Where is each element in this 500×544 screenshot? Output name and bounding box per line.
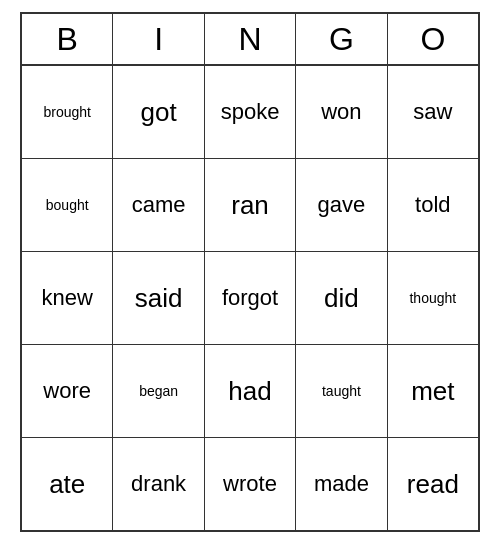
cell-1-4: told xyxy=(388,159,478,251)
cell-3-4: met xyxy=(388,345,478,437)
cell-2-4: thought xyxy=(388,252,478,344)
cell-4-0: ate xyxy=(22,438,113,530)
header-letter-b: B xyxy=(22,14,113,64)
bingo-row-4: atedrankwrotemaderead xyxy=(22,438,478,530)
bingo-row-2: knewsaidforgotdidthought xyxy=(22,252,478,345)
cell-0-1: got xyxy=(113,66,204,158)
header-letter-o: O xyxy=(388,14,478,64)
cell-1-1: came xyxy=(113,159,204,251)
cell-4-1: drank xyxy=(113,438,204,530)
cell-0-3: won xyxy=(296,66,387,158)
cell-1-0: bought xyxy=(22,159,113,251)
cell-2-0: knew xyxy=(22,252,113,344)
header-letter-g: G xyxy=(296,14,387,64)
cell-0-0: brought xyxy=(22,66,113,158)
cell-1-3: gave xyxy=(296,159,387,251)
cell-3-1: began xyxy=(113,345,204,437)
header-letter-n: N xyxy=(205,14,296,64)
cell-1-2: ran xyxy=(205,159,296,251)
cell-4-3: made xyxy=(296,438,387,530)
cell-3-3: taught xyxy=(296,345,387,437)
cell-0-4: saw xyxy=(388,66,478,158)
cell-3-0: wore xyxy=(22,345,113,437)
cell-3-2: had xyxy=(205,345,296,437)
cell-2-2: forgot xyxy=(205,252,296,344)
cell-4-4: read xyxy=(388,438,478,530)
cell-2-3: did xyxy=(296,252,387,344)
bingo-card: BINGO broughtgotspokewonsawboughtcameran… xyxy=(20,12,480,532)
cell-0-2: spoke xyxy=(205,66,296,158)
bingo-row-1: boughtcamerangavetold xyxy=(22,159,478,252)
bingo-body: broughtgotspokewonsawboughtcamerangaveto… xyxy=(22,66,478,530)
header-letter-i: I xyxy=(113,14,204,64)
bingo-row-3: worebeganhadtaughtmet xyxy=(22,345,478,438)
cell-2-1: said xyxy=(113,252,204,344)
bingo-header: BINGO xyxy=(22,14,478,66)
bingo-row-0: broughtgotspokewonsaw xyxy=(22,66,478,159)
cell-4-2: wrote xyxy=(205,438,296,530)
